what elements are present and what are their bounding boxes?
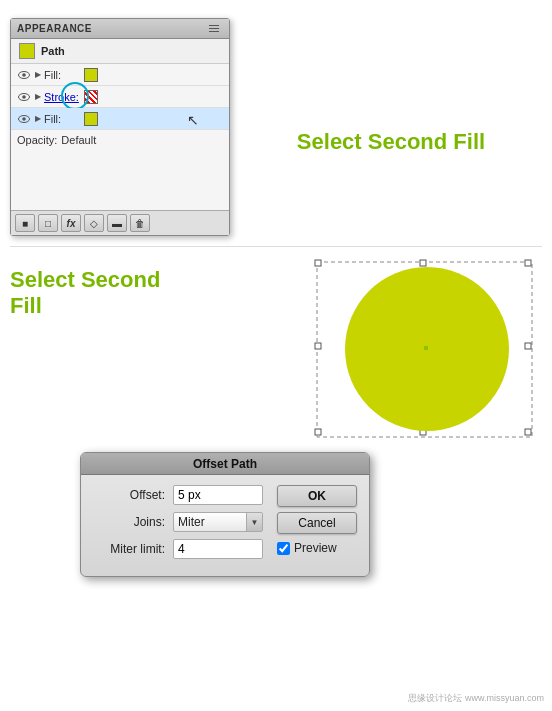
- svg-rect-9: [525, 260, 531, 266]
- preview-checkbox-row: Preview: [277, 541, 357, 555]
- joins-row: Joins: Miter ▼: [93, 512, 267, 532]
- row-arrow-2: ▶: [35, 114, 41, 123]
- svg-rect-12: [315, 429, 321, 435]
- row-arrow-stroke: ▶: [35, 92, 41, 101]
- opacity-row: Opacity: Default: [11, 130, 229, 150]
- fill-label-2: Fill:: [44, 113, 80, 125]
- svg-rect-7: [315, 260, 321, 266]
- fill-row-1[interactable]: ▶ Fill:: [11, 64, 229, 86]
- preview-checkbox[interactable]: [277, 542, 290, 555]
- miter-label: Miter limit:: [93, 542, 173, 556]
- svg-rect-14: [525, 429, 531, 435]
- offset-input[interactable]: [173, 485, 263, 505]
- svg-point-1: [22, 73, 26, 77]
- top-section: APPEARANCE Path ▶ Fill:: [0, 0, 552, 246]
- panel-menu-button[interactable]: [209, 23, 223, 35]
- fill-label-1: Fill:: [44, 69, 80, 81]
- footer-btn-1[interactable]: ■: [15, 214, 35, 232]
- watermark: 思缘设计论坛 www.missyuan.com: [408, 692, 544, 705]
- panel-title-label: APPEARANCE: [17, 23, 92, 34]
- path-color-swatch: [19, 43, 35, 59]
- offset-path-dialog: Offset Path Offset: Joins: Miter ▼: [80, 452, 370, 577]
- bottom-section: Select Second Fill Offset Path: [0, 247, 552, 607]
- offset-label: Offset:: [93, 488, 173, 502]
- opacity-label: Opacity:: [17, 134, 57, 146]
- dialog-rows-area: Offset: Joins: Miter ▼ Miter limit:: [93, 485, 357, 566]
- svg-rect-10: [315, 343, 321, 349]
- joins-select-arrow[interactable]: ▼: [246, 513, 262, 531]
- footer-btn-3[interactable]: ◇: [84, 214, 104, 232]
- fill-swatch-2[interactable]: [84, 112, 98, 126]
- eye-icon-stroke[interactable]: [17, 90, 31, 104]
- dialog-buttons: OK Cancel Preview: [277, 485, 357, 566]
- eye-icon-1[interactable]: [17, 68, 31, 82]
- stroke-row[interactable]: ▶ Stroke:: [11, 86, 229, 108]
- opacity-value: Default: [61, 134, 96, 146]
- eye-icon-2[interactable]: [17, 112, 31, 126]
- footer-btn-fx[interactable]: fx: [61, 214, 81, 232]
- fill-row-2[interactable]: ▶ Fill: ↖: [11, 108, 229, 130]
- panel-path-row: Path: [11, 39, 229, 64]
- joins-label: Joins:: [93, 515, 173, 529]
- appearance-panel: APPEARANCE Path ▶ Fill:: [10, 18, 230, 236]
- fill-swatch-1[interactable]: [84, 68, 98, 82]
- svg-point-5: [22, 117, 26, 121]
- path-label: Path: [41, 45, 65, 57]
- cursor-arrow: ↖: [187, 112, 199, 128]
- footer-btn-2[interactable]: □: [38, 214, 58, 232]
- select-second-fill-label-top: Select Second Fill: [240, 18, 542, 236]
- dialog-title-label: Offset Path: [193, 457, 257, 471]
- dialog-body: Offset: Joins: Miter ▼ Miter limit:: [81, 475, 369, 576]
- offset-row: Offset:: [93, 485, 267, 505]
- svg-point-3: [22, 95, 26, 99]
- footer-btn-delete[interactable]: 🗑: [130, 214, 150, 232]
- row-arrow-1: ▶: [35, 70, 41, 79]
- miter-row: Miter limit:: [93, 539, 267, 559]
- footer-btn-4[interactable]: ▬: [107, 214, 127, 232]
- dialog-fields: Offset: Joins: Miter ▼ Miter limit:: [93, 485, 267, 566]
- panel-titlebar: APPEARANCE: [11, 19, 229, 39]
- circle-illustration: [312, 257, 542, 447]
- preview-label: Preview: [294, 541, 337, 555]
- panel-empty-area: [11, 150, 229, 210]
- dialog-titlebar: Offset Path: [81, 453, 369, 475]
- panel-footer: ■ □ fx ◇ ▬ 🗑: [11, 210, 229, 235]
- svg-rect-11: [525, 343, 531, 349]
- miter-input[interactable]: [173, 539, 263, 559]
- cancel-button[interactable]: Cancel: [277, 512, 357, 534]
- joins-value: Miter: [174, 515, 246, 529]
- svg-rect-8: [420, 260, 426, 266]
- svg-rect-16: [424, 346, 428, 350]
- ok-button[interactable]: OK: [277, 485, 357, 507]
- stroke-swatch[interactable]: [84, 90, 98, 104]
- stroke-label[interactable]: Stroke:: [44, 91, 80, 103]
- joins-select[interactable]: Miter ▼: [173, 512, 263, 532]
